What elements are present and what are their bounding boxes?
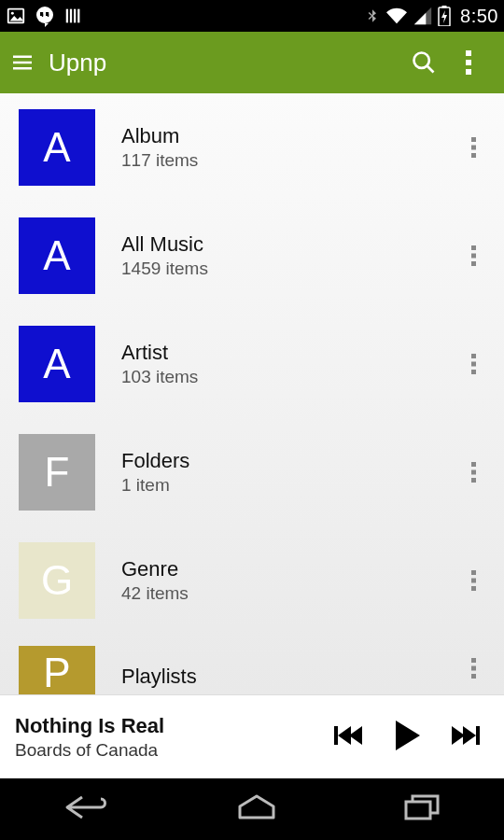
svg-rect-27 [471,370,476,374]
svg-rect-31 [471,570,476,575]
svg-rect-12 [13,62,32,64]
list-item-menu-button[interactable] [452,125,497,170]
now-playing-bar[interactable]: Nothing Is Real Boards of Canada [0,694,504,778]
battery-charging-icon [438,6,451,26]
svg-rect-13 [13,67,32,70]
menu-drawer-button[interactable] [13,40,35,85]
app-title: Upnp [49,49,106,77]
svg-rect-18 [466,69,471,75]
svg-rect-5 [66,9,68,23]
list-item-title: Folders [121,449,452,473]
list-item-subtitle: 1 item [121,475,452,496]
list-item-thumb: A [19,326,95,402]
svg-rect-32 [471,579,476,583]
list-item-menu-button[interactable] [452,646,497,691]
android-nav-bar [0,778,504,840]
list-item-menu-button[interactable] [452,450,497,495]
signal-icon [413,7,432,25]
svg-rect-7 [74,9,76,23]
svg-rect-30 [471,478,476,483]
list-item-subtitle: 103 items [121,367,452,387]
list-item-title: Playlists [121,665,452,689]
svg-rect-17 [466,60,471,65]
svg-rect-34 [471,658,476,663]
now-playing-title: Nothing Is Real [15,714,334,738]
svg-point-1 [11,12,14,15]
status-bar: 8:50 [0,0,504,32]
svg-line-15 [427,66,434,73]
svg-rect-28 [471,462,476,467]
list-item-menu-button[interactable] [452,233,497,278]
svg-rect-24 [471,261,476,266]
picture-icon [6,6,26,26]
svg-rect-38 [476,726,480,745]
next-track-button[interactable] [452,724,480,750]
play-button[interactable] [394,721,420,754]
list-item-subtitle: 117 items [121,150,452,171]
wifi-icon [385,6,408,26]
home-nav-button[interactable] [236,793,277,825]
svg-rect-22 [471,245,476,250]
svg-rect-6 [70,9,72,23]
list-item-title: All Music [121,232,452,257]
svg-rect-11 [13,56,32,59]
svg-rect-19 [471,137,476,142]
list-item-menu-button[interactable] [452,558,497,603]
list-item[interactable]: AAlbum117 items [0,93,504,202]
svg-rect-16 [466,50,471,56]
svg-rect-37 [334,726,338,745]
search-button[interactable] [401,40,446,85]
list-item-subtitle: 42 items [121,583,452,604]
list-item-title: Album [121,124,452,148]
list-item-subtitle: 1459 items [121,259,452,279]
list-item[interactable]: AAll Music1459 items [0,202,504,310]
svg-rect-8 [77,9,79,23]
category-list: AAlbum117 itemsAAll Music1459 itemsAArti… [0,93,504,694]
list-item[interactable]: PPlaylists [0,635,504,694]
now-playing-artist: Boards of Canada [15,740,334,761]
previous-track-button[interactable] [334,724,362,750]
list-item-title: Artist [121,341,452,365]
app-bar: Upnp [0,32,504,93]
list-item[interactable]: AArtist103 items [0,310,504,418]
list-item-thumb: A [19,217,95,294]
svg-rect-36 [471,674,476,679]
list-item-thumb: A [19,109,95,186]
svg-rect-26 [471,362,476,367]
recents-nav-button[interactable] [403,793,441,825]
svg-rect-39 [406,802,430,819]
svg-point-14 [414,53,429,68]
list-item-thumb: F [19,434,95,511]
overflow-menu-button[interactable] [446,40,491,85]
barcode-icon [63,6,84,26]
list-item-thumb: P [19,646,95,694]
status-clock: 8:50 [460,6,498,27]
svg-point-2 [36,7,53,23]
svg-rect-21 [471,153,476,158]
bluetooth-icon [365,6,380,26]
list-item[interactable]: GGenre42 items [0,526,504,635]
svg-rect-20 [471,146,476,150]
hangouts-icon [34,5,56,27]
back-nav-button[interactable] [63,793,110,825]
list-item-thumb: G [19,542,95,619]
svg-rect-29 [471,470,476,475]
list-item[interactable]: FFolders1 item [0,418,504,526]
svg-rect-10 [442,6,447,8]
svg-rect-25 [471,354,476,358]
list-item-menu-button[interactable] [452,342,497,386]
svg-rect-23 [471,254,476,259]
svg-rect-35 [471,666,476,671]
svg-rect-33 [471,586,476,591]
list-item-title: Genre [121,557,452,581]
